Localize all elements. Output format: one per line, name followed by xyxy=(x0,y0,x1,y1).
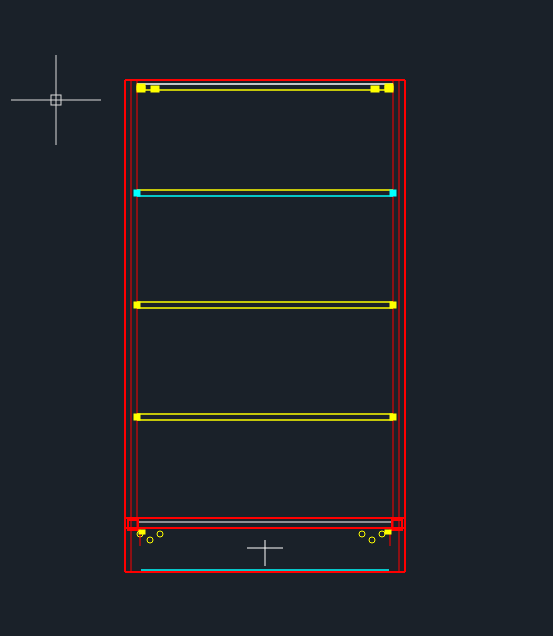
bottom-fitting-3 xyxy=(359,531,365,537)
bottom-fitting-2 xyxy=(157,531,163,537)
bottom-yellow-block-right xyxy=(385,530,391,534)
shelf-end-left-1 xyxy=(134,302,140,308)
shelf-end-left-0 xyxy=(134,190,140,196)
bottom-yellow-block-left xyxy=(139,530,145,534)
shelf-end-right-0 xyxy=(390,190,396,196)
bottom-fitting-1 xyxy=(147,537,153,543)
top-fitting-1 xyxy=(371,86,379,92)
cad-drawing xyxy=(0,0,553,636)
shelf-end-left-2 xyxy=(134,414,140,420)
top-fitting-r-1 xyxy=(151,86,159,92)
bottom-fitting-4 xyxy=(369,537,375,543)
bottom-fitting-5 xyxy=(379,531,385,537)
top-fitting-right xyxy=(385,84,393,90)
top-fitting-left xyxy=(137,84,145,90)
shelf-end-right-1 xyxy=(390,302,396,308)
shelf-end-right-2 xyxy=(390,414,396,420)
